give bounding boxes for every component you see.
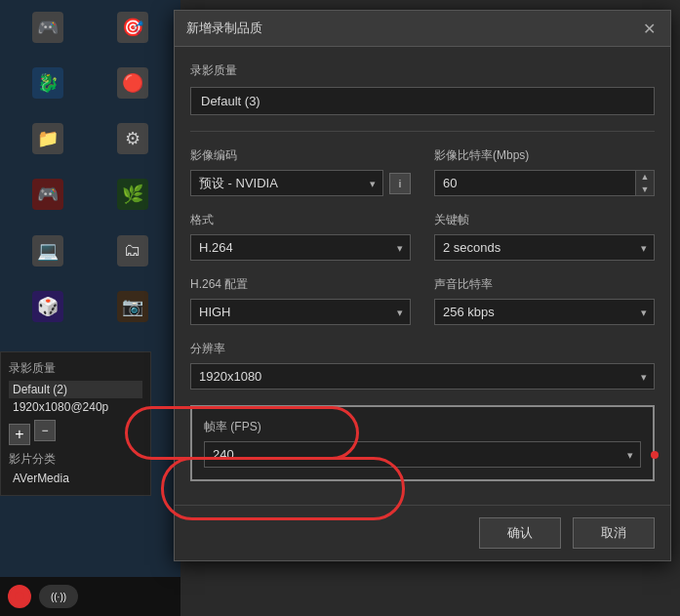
video-codec-label: 影像编码: [190, 147, 411, 164]
audio-bitrate-select[interactable]: 256 kbps: [434, 299, 655, 325]
category-item[interactable]: AVerMedia: [9, 470, 142, 487]
video-codec-select[interactable]: 预设 - NVIDIA: [190, 170, 383, 196]
video-bitrate-input[interactable]: [434, 170, 635, 196]
video-bitrate-group: 影像比特率(Mbps) ▲ ▼: [434, 147, 655, 196]
desktop-icon: 📷: [93, 287, 174, 339]
keyframe-label: 关键帧: [434, 212, 655, 228]
desktop-icon: 🎮: [8, 175, 89, 226]
dialog-footer: 确认 取消: [175, 505, 670, 560]
desktop-icon: 🎯: [93, 8, 174, 60]
resolution-label: 分辨率: [190, 341, 655, 357]
quality-panel-label: 录影质量: [9, 360, 142, 377]
info-button[interactable]: i: [389, 173, 411, 194]
keyframe-select[interactable]: 2 seconds: [434, 234, 655, 261]
dota-icon: 🐉: [32, 67, 63, 99]
keyframe-wrapper: 2 seconds: [434, 234, 655, 261]
video-codec-wrapper: 预设 - NVIDIA: [190, 170, 383, 196]
desktop-icon: 💻: [8, 231, 89, 283]
audio-bitrate-label: 声音比特率: [434, 276, 655, 293]
fps-label: 帧率 (FPS): [204, 419, 641, 435]
format-wrapper: H.264: [190, 234, 411, 261]
separator: [190, 131, 655, 132]
bitrate-spinner: ▲ ▼: [635, 170, 655, 196]
audio-indicator: ((·)): [39, 585, 78, 608]
record-indicator: [8, 585, 31, 608]
dialog-body: 录影质量 Default (3) 影像编码 预设 - NVIDIA i: [175, 47, 670, 497]
desktop-icons: 🎮 🎯 🐉 🔴 📁 ⚙ 🎮 🌿: [0, 0, 180, 347]
red-dot-indicator: [651, 451, 659, 459]
desktop-icon: 🔴: [93, 63, 174, 115]
video-codec-group: 影像编码 预设 - NVIDIA i: [190, 147, 411, 196]
desktop-icon: ⚙: [93, 119, 174, 171]
format-label: 格式: [190, 212, 411, 228]
fps-wrapper: 240: [204, 441, 641, 468]
confirm-button[interactable]: 确认: [479, 517, 561, 549]
video-bitrate-wrapper: ▲ ▼: [434, 170, 655, 196]
remove-quality-button[interactable]: −: [34, 420, 56, 441]
h264-config-wrapper: HIGH: [190, 299, 411, 325]
dialog-new-quality: 新增录制品质 ✕ 录影质量 Default (3) 影像编码 预设 - NVID…: [174, 10, 671, 561]
desktop-icon: 📁: [8, 119, 89, 171]
video-codec-row: 预设 - NVIDIA i: [190, 170, 411, 196]
audio-bitrate-group: 声音比特率 256 kbps: [434, 276, 655, 325]
format-select[interactable]: H.264: [190, 234, 411, 261]
controls-grid: 影像编码 预设 - NVIDIA i 影像比特率(Mbps) ▲: [190, 147, 655, 390]
dialog-title: 新增录制品质: [186, 20, 262, 37]
h264-config-select[interactable]: HIGH: [190, 299, 411, 325]
taskbar: ((·)): [0, 577, 180, 616]
desktop-icon: 🌿: [93, 175, 174, 226]
resolution-item[interactable]: 1920x1080@240p: [9, 398, 142, 416]
desktop-icon: 🎲: [8, 287, 89, 339]
bitrate-down-button[interactable]: ▼: [636, 184, 654, 196]
add-quality-button[interactable]: +: [9, 424, 30, 445]
audio-bitrate-wrapper: 256 kbps: [434, 299, 655, 325]
h264-config-group: H.264 配置 HIGH: [190, 276, 411, 325]
software-panel: 录影质量 Default (2) 1920x1080@240p + − 影片分类…: [0, 351, 151, 496]
fps-section: 帧率 (FPS) 240: [190, 405, 655, 481]
cancel-button[interactable]: 取消: [573, 517, 655, 549]
resolution-group: 分辨率 1920x1080: [190, 341, 655, 390]
dialog-titlebar: 新增录制品质 ✕: [175, 11, 670, 47]
close-button[interactable]: ✕: [639, 19, 659, 38]
desktop-icon: 🗂: [93, 231, 174, 283]
h264-config-label: H.264 配置: [190, 276, 411, 293]
video-bitrate-label: 影像比特率(Mbps): [434, 147, 655, 164]
quality-item[interactable]: Default (2): [9, 381, 142, 398]
resolution-wrapper: 1920x1080: [190, 363, 655, 390]
fps-select[interactable]: 240: [204, 441, 641, 468]
recording-quality-label: 录影质量: [190, 62, 655, 79]
bitrate-up-button[interactable]: ▲: [636, 171, 654, 184]
desktop-icon: 🐉: [8, 63, 89, 115]
format-group: 格式 H.264: [190, 212, 411, 261]
desktop-icon: 🎮: [8, 8, 89, 60]
category-panel-label: 影片分类: [9, 451, 142, 468]
desktop-background: 🎮 🎯 🐉 🔴 📁 ⚙ 🎮 🌿: [0, 0, 180, 616]
recording-quality-value[interactable]: Default (3): [190, 87, 655, 115]
keyframe-group: 关键帧 2 seconds: [434, 212, 655, 261]
resolution-select[interactable]: 1920x1080: [190, 363, 655, 390]
